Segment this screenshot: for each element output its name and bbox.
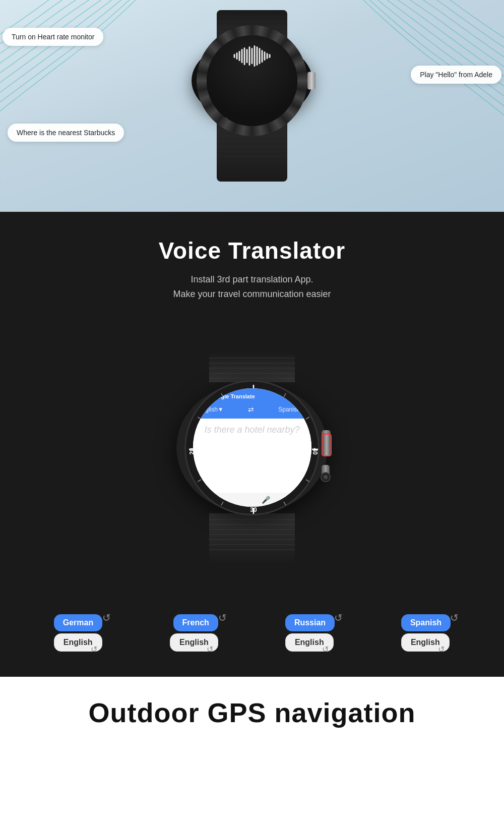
- watch2-outer: 50 40 30 20: [161, 352, 343, 564]
- watch2-bezel: 50 40 30 20: [184, 380, 320, 515]
- to-french-label: French: [173, 614, 218, 631]
- watch2-camera: [321, 472, 331, 482]
- arrow-russian: ↺: [334, 612, 343, 624]
- gt-swap-icon: ⇄: [248, 405, 254, 414]
- gt-content: Is there a hotel nearby?: [193, 419, 311, 493]
- watch2-band-top: [209, 352, 295, 382]
- svg-text:40: 40: [311, 448, 319, 455]
- gt-query-text: Is there a hotel nearby?: [199, 423, 305, 437]
- gt-lang-bar: English▼ ⇄ Spanish▼: [193, 403, 311, 419]
- arrow-russian-bottom: ↺: [322, 644, 329, 654]
- trans-pair-french: ↺ French English ↺: [144, 614, 244, 652]
- watch2-container: 50 40 30 20: [0, 317, 504, 599]
- watch-crown: [307, 72, 316, 90]
- to-spanish-label: Spanish: [401, 614, 451, 631]
- voice-translator-subtitle: Install 3rd part translation App. Make y…: [0, 272, 504, 302]
- trans-pair-spanish: ↺ Spanish English ↺: [375, 614, 476, 652]
- to-german-label: German: [54, 614, 102, 631]
- arrow-spanish-bottom: ↺: [438, 644, 445, 654]
- gt-mic-icon: 🎤: [262, 496, 270, 504]
- waveform-display: [234, 45, 271, 67]
- bubble-starbucks: Where is the nearest Starbucks: [8, 124, 124, 142]
- section-gps: Outdoor GPS navigation: [0, 677, 504, 738]
- arrow-french: ↺: [218, 612, 227, 624]
- svg-text:30: 30: [250, 506, 257, 513]
- svg-line-19: [284, 393, 286, 397]
- watch-image: 20 OE: [156, 0, 348, 207]
- arrow-german-bottom: ↺: [91, 644, 97, 654]
- trans-pair-russian: ↺ Russian English ↺: [260, 614, 360, 652]
- watch2-crown-red: [322, 434, 332, 456]
- wave-lines-left: [0, 0, 161, 141]
- voice-translator-title: Voice Translator: [0, 237, 504, 264]
- watch2-face: Google Translate English▼ ⇄ Spanish▼ Is …: [193, 388, 311, 507]
- section-voice-translator: Voice Translator Install 3rd part transl…: [0, 212, 504, 677]
- translation-icons-row: ↺ German English ↺ ↺ French English: [0, 599, 504, 677]
- trans-pair-german: ↺ German English ↺: [28, 614, 129, 652]
- bubble-heart-rate: Turn on Heart rate monitor: [3, 28, 103, 46]
- gps-section-title: Outdoor GPS navigation: [0, 697, 504, 728]
- watch2-case: 50 40 30 20: [176, 382, 328, 513]
- arrow-french-bottom: ↺: [207, 644, 213, 654]
- svg-line-23: [284, 502, 286, 505]
- arrow-german: ↺: [102, 612, 111, 624]
- gt-mic2-icon: 🎤: [293, 491, 301, 499]
- section-voice-assistant: 20 OE: [0, 0, 504, 212]
- watch2-band-bottom: [209, 513, 295, 564]
- arrow-spanish: ↺: [450, 612, 459, 624]
- bubble-hello: Play "Hello" from Adele: [411, 66, 501, 84]
- svg-line-25: [221, 502, 223, 505]
- watch-case: 20 OE: [192, 40, 312, 121]
- to-russian-label: Russian: [285, 614, 335, 631]
